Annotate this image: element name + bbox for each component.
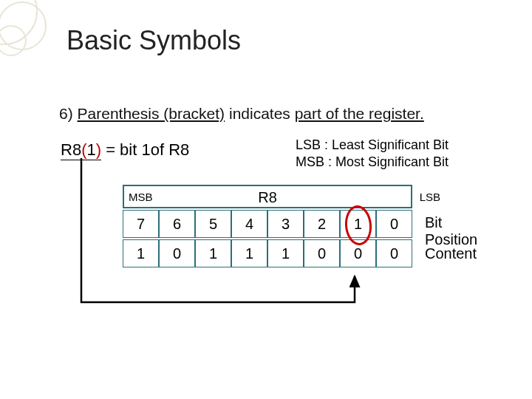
bit-pos-cell: 7 [123, 210, 159, 238]
msb-label: MSB [129, 191, 153, 203]
content-cell: 0 [340, 239, 376, 267]
expr-reg: R8 [61, 140, 81, 159]
expr-bit: 1 [86, 140, 95, 159]
bit-position-label: Bit Position [425, 214, 477, 248]
content-label: Content [425, 245, 477, 262]
content-cell: 0 [376, 239, 412, 267]
bit-pos-cell: 0 [376, 210, 412, 238]
expression: R8(1) = bit 1of R8 [61, 140, 189, 160]
bit-pos-cell: 2 [304, 210, 340, 238]
bit-pos-cell: 1 [340, 210, 376, 238]
content-cell: 0 [159, 239, 195, 267]
content-row: 1 0 1 1 1 0 0 0 [123, 239, 412, 267]
content-cell: 1 [123, 239, 159, 267]
register-diagram: MSB R8 LSB 7 6 5 4 3 2 1 0 1 0 1 1 1 0 0… [111, 185, 436, 267]
content-cell: 1 [231, 239, 267, 267]
legend-lsb: LSB : Least Significant Bit [296, 137, 449, 154]
legend-msb: MSB : Most Significant Bit [296, 154, 449, 171]
bit-pos-cell: 4 [231, 210, 267, 238]
register-name: R8 [258, 186, 277, 208]
subtitle-underline-1: Parenthesis (bracket) [78, 105, 225, 122]
content-cell: 1 [195, 239, 231, 267]
bit-pos-cell: 5 [195, 210, 231, 238]
subtitle-underline-2: part of the register. [295, 105, 424, 122]
legend: LSB : Least Significant Bit MSB : Most S… [296, 137, 449, 170]
bit-pos-cell: 3 [267, 210, 304, 238]
bit-pos-cell: 6 [159, 210, 195, 238]
decorative-circles [0, 0, 59, 59]
subtitle: 6) Parenthesis (bracket) indicates part … [59, 105, 424, 123]
subtitle-middle: indicates [225, 105, 295, 122]
content-cell: 1 [267, 239, 304, 267]
content-cell: 0 [304, 239, 340, 267]
expr-rest: = bit 1of R8 [101, 140, 189, 159]
subtitle-number: 6) [59, 105, 73, 122]
lsb-label: LSB [420, 191, 440, 203]
bit-position-row: 7 6 5 4 3 2 1 0 [123, 210, 412, 238]
svg-point-0 [0, 0, 37, 44]
register-header: MSB R8 LSB [123, 185, 412, 208]
expr-close-paren: ) [96, 140, 101, 159]
slide-title: Basic Symbols [66, 25, 241, 56]
